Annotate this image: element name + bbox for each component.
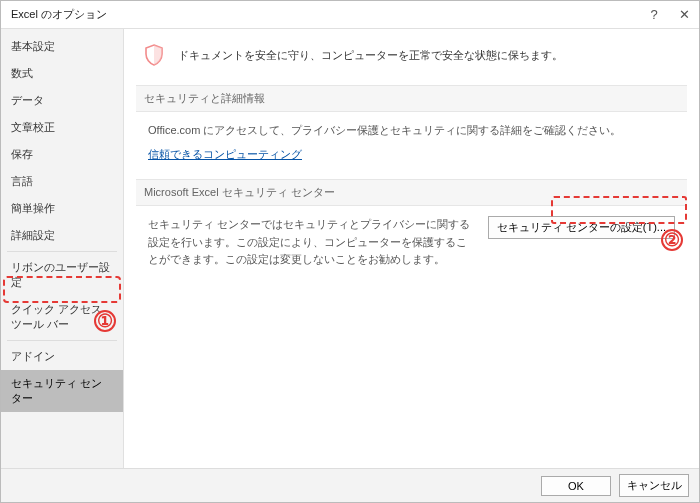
dialog-footer: OK キャンセル: [1, 468, 699, 502]
cancel-button[interactable]: キャンセル: [619, 474, 689, 497]
section2-text: セキュリティ センターではセキュリティとプライバシーに関する設定を行います。この…: [148, 216, 478, 269]
sidebar-item-trustcenter[interactable]: セキュリティ センター: [1, 370, 123, 412]
sidebar-item-accessibility[interactable]: 簡単操作: [1, 195, 123, 222]
intro-text: ドキュメントを安全に守り、コンピューターを正常で安全な状態に保ちます。: [178, 48, 563, 63]
sidebar-item-data[interactable]: データ: [1, 87, 123, 114]
section2-header: Microsoft Excel セキュリティ センター: [136, 179, 687, 206]
sidebar-item-language[interactable]: 言語: [1, 168, 123, 195]
section1-text: Office.com にアクセスして、プライバシー保護とセキュリティに関する詳細…: [148, 122, 675, 140]
sidebar: 基本設定 数式 データ 文章校正 保存 言語 簡単操作 詳細設定 リボンのユーザ…: [1, 29, 124, 470]
sidebar-item-ribbon[interactable]: リボンのユーザー設定: [1, 254, 123, 296]
sidebar-item-addins[interactable]: アドイン: [1, 343, 123, 370]
trusted-computing-link[interactable]: 信頼できるコンピューティング: [148, 146, 302, 164]
sidebar-item-proofing[interactable]: 文章校正: [1, 114, 123, 141]
titlebar: Excel のオプション ? ✕: [1, 1, 699, 29]
sidebar-item-formulas[interactable]: 数式: [1, 60, 123, 87]
ok-button[interactable]: OK: [541, 476, 611, 496]
section1-header: セキュリティと詳細情報: [136, 85, 687, 112]
window-title: Excel のオプション: [11, 7, 107, 22]
close-icon[interactable]: ✕: [669, 1, 699, 29]
sidebar-item-save[interactable]: 保存: [1, 141, 123, 168]
annotation-callout-1: ①: [94, 310, 116, 332]
sidebar-item-advanced[interactable]: 詳細設定: [1, 222, 123, 249]
annotation-callout-2: ②: [661, 229, 683, 251]
shield-icon: [142, 43, 166, 67]
trust-center-settings-button[interactable]: セキュリティ センターの設定(T)...: [488, 216, 675, 239]
help-icon[interactable]: ?: [639, 1, 669, 29]
sidebar-item-general[interactable]: 基本設定: [1, 33, 123, 60]
content-pane: ドキュメントを安全に守り、コンピューターを正常で安全な状態に保ちます。 セキュリ…: [124, 29, 699, 470]
